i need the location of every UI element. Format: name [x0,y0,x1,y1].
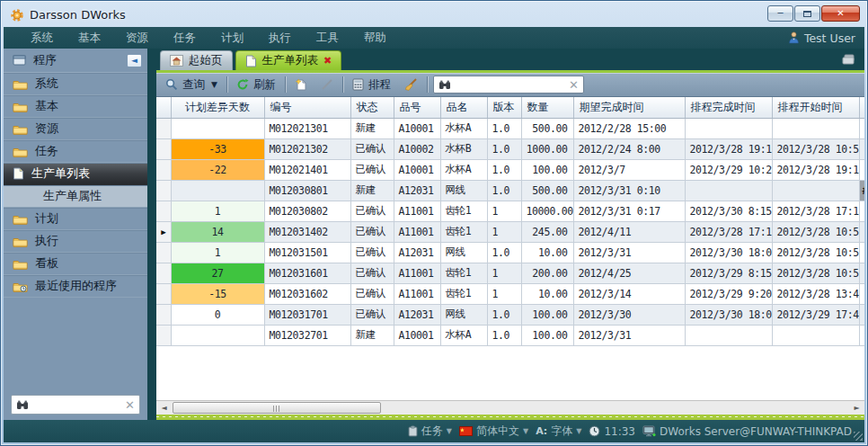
cell-version[interactable]: 1.0 [487,138,521,159]
row-selector[interactable] [156,138,171,159]
cell-sched-end-time[interactable]: 2012/3/29 9:20 [685,283,772,304]
cell-order-code[interactable]: M012031701 [264,304,350,325]
cell-diff-days[interactable]: 14 [171,221,264,242]
cell-version[interactable]: 1 [487,221,521,242]
cell-diff-days[interactable] [171,180,264,201]
column-header[interactable]: 排程完成时间 [685,97,772,118]
cell-diff-days[interactable] [171,325,264,345]
cell-expect-time[interactable]: 2012/2/28 15:00 [573,118,685,138]
cell-expect-time[interactable]: 2012/4/25 [573,263,685,283]
new-button[interactable] [291,76,312,94]
cell-expect-time[interactable]: 2012/3/31 [573,325,685,345]
cell-order-code[interactable]: M012030802 [264,201,350,221]
cell-extra[interactable] [859,159,864,180]
cell-status[interactable]: 新建 [350,325,394,345]
resize-grip[interactable] [854,432,863,441]
sidebar-collapse-button[interactable]: ◄ [127,54,142,67]
cell-extra[interactable] [859,201,864,221]
menu-item[interactable]: 基本 [66,28,113,49]
minimize-button[interactable]: ─ [767,5,793,22]
cell-expect-time[interactable]: 2012/3/7 [573,159,685,180]
edit-button[interactable] [317,76,337,93]
cell-item-no[interactable]: A10002 [394,138,440,159]
cell-item-no[interactable]: A12031 [394,242,440,263]
cell-expect-time[interactable]: 2012/3/30 [573,304,685,325]
row-selector[interactable] [156,283,171,304]
table-row[interactable]: 1M012031501已确认A12031网线1.010.002012/3/312… [156,242,864,263]
cell-order-code[interactable]: M012021401 [264,159,350,180]
row-selector[interactable] [156,263,171,283]
pages-icon[interactable] [842,54,855,65]
cell-version[interactable]: 1.0 [487,242,521,263]
scroll-left-icon[interactable]: ◄ [156,401,172,415]
sidebar-search-input[interactable] [32,398,121,411]
cell-order-code[interactable]: M012021302 [264,138,350,159]
cell-item-name[interactable]: 齿轮1 [440,201,487,221]
cell-item-no[interactable]: A12031 [394,304,440,325]
table-row[interactable]: 27M012031601已确认A11001齿轮11200.002012/4/25… [156,263,864,283]
cell-status[interactable]: 已确认 [350,304,394,325]
cell-item-name[interactable]: 水杯A [440,118,487,138]
cell-expect-time[interactable]: 2012/3/31 0:17 [573,201,685,221]
cell-expect-time[interactable]: 2012/2/24 8:00 [573,138,685,159]
cell-status[interactable]: 已确认 [350,242,394,263]
schedule-button[interactable]: 排程 [349,76,394,94]
cell-version[interactable]: 1.0 [487,180,521,201]
query-button[interactable]: 查询 ▼ [162,76,221,94]
clean-button[interactable] [400,76,421,94]
cell-order-code[interactable]: M012031501 [264,242,350,263]
column-header[interactable]: 品号 [394,97,440,118]
cell-sched-start-time[interactable]: 2012/3/28 17:13 [772,201,859,221]
cell-item-no[interactable]: A11001 [394,201,440,221]
sidebar-item[interactable]: 资源 [4,118,147,140]
cell-item-name[interactable]: 齿轮1 [440,263,487,283]
menu-item[interactable]: 执行 [256,28,304,49]
column-header[interactable]: 编号 [264,97,350,118]
cell-sched-end-time[interactable] [685,180,772,201]
scrollbar-thumb[interactable] [173,402,381,414]
cell-sched-end-time[interactable]: 2012/3/30 18:00 [685,304,772,325]
sidebar-item[interactable]: 系统 [4,73,147,95]
cell-diff-days[interactable]: 1 [171,201,264,221]
cell-sched-start-time[interactable]: 2012/3/28 10:52 [772,242,859,263]
maximize-button[interactable] [794,5,820,22]
cell-status[interactable]: 已确认 [350,201,394,221]
sidebar-item[interactable]: 生产单列表 [4,163,147,185]
refresh-button[interactable]: 刷新 [233,76,279,94]
table-row[interactable]: -22M012021401已确认A10001水杯A1.0100.002012/3… [156,159,864,180]
row-selector[interactable] [156,325,171,345]
cell-quantity[interactable]: 200.00 [521,263,573,283]
cell-quantity[interactable]: 245.00 [521,221,573,242]
toolbar-search-input[interactable] [456,78,564,91]
cell-version[interactable]: 1.0 [487,118,521,138]
cell-sched-end-time[interactable]: 2012/3/29 8:15 [685,263,772,283]
cell-order-code[interactable]: M012030801 [264,180,350,201]
cell-extra[interactable] [859,118,864,138]
column-header[interactable]: 状态 [350,97,394,118]
cell-sched-start-time[interactable]: 2012/3/28 13:40 [772,283,859,304]
cell-quantity[interactable]: 10000.00 [521,201,573,221]
tab-close-icon[interactable]: ✖ [323,55,332,67]
cell-status[interactable]: 已确认 [350,159,394,180]
sidebar-item[interactable]: 基本 [4,95,147,118]
table-row[interactable]: 0M012031701已确认A12031网线1.0100.002012/3/30… [156,304,864,325]
column-header[interactable]: 前 [859,97,864,118]
cell-sched-end-time[interactable]: 2012/3/28 17:13 [685,221,772,242]
cell-sched-start-time[interactable]: 2012/3/28 10:52 [772,221,859,242]
cell-version[interactable]: 1.0 [487,159,521,180]
table-row[interactable]: M012030801新建A12031网线1.0500.002012/3/31 0… [156,180,864,201]
cell-quantity[interactable]: 500.00 [521,180,573,201]
menu-item[interactable]: 任务 [161,28,208,49]
menu-item[interactable]: 工具 [304,28,351,49]
table-row[interactable]: M012032701新建A10001水杯A1.0100.002012/3/31 [156,325,864,345]
cell-item-name[interactable]: 水杯A [440,325,487,345]
cell-extra[interactable] [859,221,864,242]
user-area[interactable]: Test User [788,31,855,45]
cell-order-code[interactable]: M012031602 [264,283,350,304]
row-selector[interactable] [156,159,171,180]
cell-sched-start-time[interactable] [772,118,859,138]
row-selector[interactable] [156,242,171,263]
row-selector[interactable] [156,304,171,325]
cell-status[interactable]: 新建 [350,118,394,138]
cell-quantity[interactable]: 1000.00 [521,138,573,159]
